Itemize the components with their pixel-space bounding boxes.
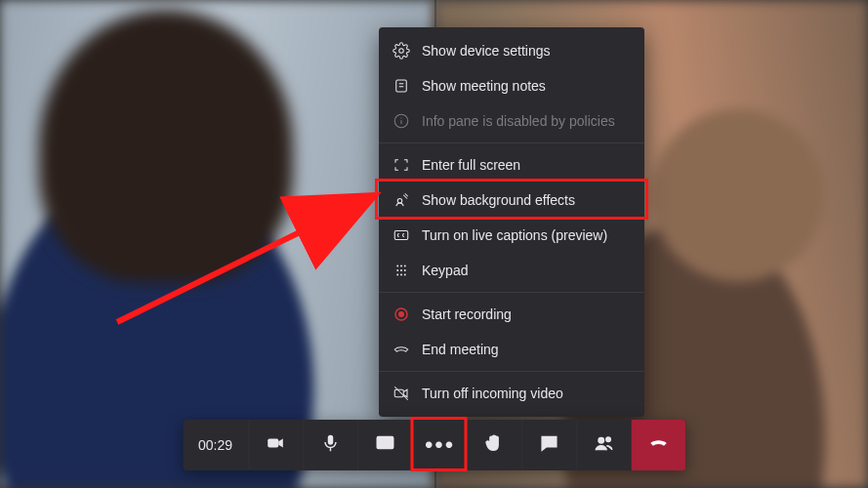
mic-button[interactable]	[303, 420, 357, 470]
share-button[interactable]	[357, 420, 412, 470]
menu-meeting-notes[interactable]: Show meeting notes	[379, 68, 644, 103]
menu-end-meeting[interactable]: End meeting	[379, 332, 644, 367]
menu-live-captions[interactable]: Turn on live captions (preview)	[379, 218, 644, 253]
svg-rect-10	[394, 231, 408, 240]
background-effects-icon	[393, 191, 410, 209]
mic-icon	[320, 432, 342, 458]
info-icon	[393, 112, 410, 130]
menu-separator	[379, 371, 644, 372]
menu-start-recording[interactable]: Start recording	[379, 297, 644, 332]
hangup-button[interactable]	[631, 420, 685, 470]
keypad-icon	[393, 262, 410, 279]
menu-label: Turn off incoming video	[422, 386, 563, 401]
menu-label: Enter full screen	[422, 157, 520, 173]
fullscreen-icon	[393, 156, 410, 174]
participants-button[interactable]	[576, 420, 631, 470]
svg-point-30	[606, 437, 611, 442]
chat-button[interactable]	[521, 420, 576, 470]
menu-separator	[379, 292, 644, 293]
participant-hair	[39, 10, 293, 283]
menu-label: Info pane is disabled by policies	[422, 113, 615, 129]
menu-incoming-video-off[interactable]: Turn off incoming video	[379, 376, 644, 411]
notes-icon	[393, 77, 410, 95]
menu-label: Show device settings	[422, 43, 551, 59]
svg-point-19	[404, 274, 406, 276]
hangup-icon	[648, 432, 670, 458]
menu-label: Start recording	[422, 306, 512, 322]
menu-label: Turn on live captions (preview)	[422, 227, 607, 243]
menu-label: Keypad	[422, 263, 468, 278]
svg-point-7	[397, 199, 402, 204]
svg-line-9	[405, 193, 408, 196]
svg-point-29	[599, 438, 604, 444]
people-icon	[594, 432, 615, 458]
svg-point-12	[400, 265, 402, 267]
menu-separator	[379, 142, 644, 143]
svg-rect-25	[328, 435, 334, 445]
more-actions-button[interactable]: •••	[412, 420, 467, 470]
svg-point-17	[396, 274, 398, 276]
svg-point-16	[404, 269, 406, 271]
more-actions-menu: Show device settings Show meeting notes …	[379, 27, 644, 417]
svg-point-13	[404, 265, 406, 267]
video-off-icon	[393, 385, 410, 402]
svg-point-6	[400, 117, 401, 118]
hand-icon	[484, 432, 506, 458]
menu-background-effects[interactable]: Show background effects	[379, 183, 644, 218]
svg-rect-24	[268, 438, 278, 447]
chat-icon	[539, 432, 560, 458]
menu-info-pane-disabled: Info pane is disabled by policies	[379, 103, 644, 139]
svg-rect-1	[396, 80, 407, 92]
svg-point-21	[398, 311, 404, 317]
menu-label: Show background effects	[422, 192, 575, 208]
camera-icon	[266, 432, 287, 458]
menu-keypad[interactable]: Keypad	[379, 253, 644, 288]
meeting-toolbar: 00:29 •••	[183, 420, 685, 470]
svg-point-18	[400, 274, 402, 276]
record-icon	[393, 305, 410, 323]
gear-icon	[393, 42, 410, 60]
menu-label: End meeting	[422, 342, 499, 357]
svg-point-0	[399, 49, 404, 54]
svg-point-14	[396, 269, 398, 271]
menu-full-screen[interactable]: Enter full screen	[379, 147, 644, 183]
captions-icon	[393, 226, 410, 244]
end-call-icon	[393, 341, 410, 358]
svg-point-15	[400, 269, 402, 271]
call-timer: 00:29	[183, 420, 248, 470]
camera-button[interactable]	[248, 420, 303, 470]
share-screen-icon	[375, 432, 396, 458]
menu-device-settings[interactable]: Show device settings	[379, 33, 644, 68]
raise-hand-button[interactable]	[467, 420, 521, 470]
menu-label: Show meeting notes	[422, 78, 546, 94]
svg-point-11	[396, 265, 398, 267]
svg-line-23	[394, 386, 408, 400]
